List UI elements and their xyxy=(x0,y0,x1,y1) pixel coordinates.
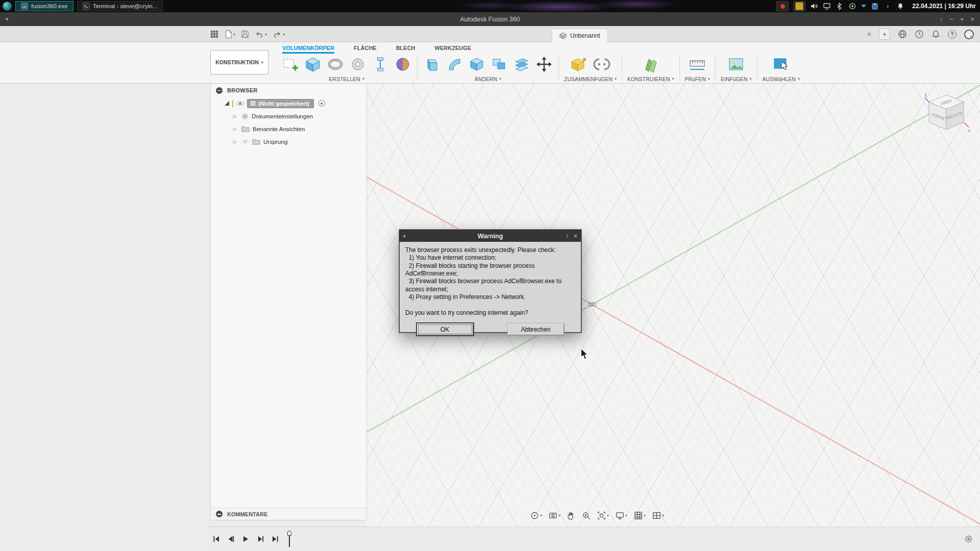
file-menu-icon[interactable]: ▾ xyxy=(224,30,235,39)
group-label-auswaehlen[interactable]: AUSWäHLEN ▾ xyxy=(763,75,800,83)
extrude-icon[interactable] xyxy=(304,55,322,73)
app-menu-icon[interactable] xyxy=(3,2,12,11)
taskbar-item-fusion360[interactable]: fusion360.exe xyxy=(15,1,74,11)
tab-blech[interactable]: BLECH xyxy=(396,42,415,54)
minimize-button[interactable]: − xyxy=(949,15,953,23)
pattern-icon[interactable] xyxy=(371,55,389,73)
visibility-eye-dim-icon[interactable] xyxy=(241,139,249,144)
grid-settings-icon[interactable]: ▾ xyxy=(634,511,646,520)
look-at-icon[interactable]: ▾ xyxy=(549,511,560,520)
select-icon[interactable] xyxy=(772,55,790,73)
editor-tray-icon[interactable] xyxy=(793,1,805,11)
press-pull-icon[interactable] xyxy=(423,55,441,73)
collapse-circle-icon[interactable] xyxy=(216,87,223,94)
revolve-icon[interactable] xyxy=(326,55,345,73)
step-forward-icon[interactable] xyxy=(256,535,265,544)
group-label-aendern[interactable]: ÄNDERN ▾ xyxy=(475,75,501,83)
dialog-titlebar[interactable]: ▾ Warning ↑ × xyxy=(400,230,581,242)
expand-arrow-icon[interactable] xyxy=(224,101,230,106)
activate-radio-icon[interactable] xyxy=(318,100,325,107)
group-label-konstruieren[interactable]: KONSTRUIEREN ▾ xyxy=(627,75,674,83)
viewcube[interactable]: Z OBEN VORNE RECHTS X xyxy=(922,92,973,139)
dialog-menu-caret-icon[interactable]: ▾ xyxy=(403,234,406,239)
offset-face-icon[interactable] xyxy=(512,55,531,73)
save-icon[interactable] xyxy=(241,30,249,38)
redo-icon[interactable]: ▾ xyxy=(273,30,285,38)
tab-volumenkoerper[interactable]: VOLUMENKÖRPER xyxy=(282,42,334,54)
clipboard-tray-icon[interactable] xyxy=(871,2,879,10)
skip-to-end-icon[interactable] xyxy=(271,535,280,544)
undo-icon[interactable]: ▾ xyxy=(255,30,267,38)
create-sketch-icon[interactable] xyxy=(281,55,300,73)
dialog-close-icon[interactable]: × xyxy=(574,233,577,240)
help-icon[interactable]: ? xyxy=(948,30,957,39)
tree-item-dokumenteinstellungen[interactable]: ▷ Dokumenteinstellungen xyxy=(211,110,366,122)
pan-hand-icon[interactable] xyxy=(567,511,575,520)
dialog-shade-icon[interactable]: ↑ xyxy=(566,233,569,240)
tab-werkzeuge[interactable]: WERKZEUGE xyxy=(435,42,472,54)
viewports-icon[interactable]: ▾ xyxy=(652,511,664,520)
new-tab-button[interactable]: + xyxy=(879,29,890,40)
shade-button[interactable]: ↑ xyxy=(940,15,943,23)
group-label-erstellen[interactable]: ERSTELLEN ▾ xyxy=(329,75,364,83)
move-icon[interactable] xyxy=(535,55,553,73)
display-tray-icon[interactable] xyxy=(823,2,831,10)
tree-item-ursprung[interactable]: ▷ Ursprung xyxy=(211,135,366,148)
form-icon[interactable] xyxy=(394,55,412,73)
cancel-button[interactable]: Abbrechen xyxy=(507,323,565,336)
window-titlebar[interactable]: ▼ Autodesk Fusion 360 ↑ − + × xyxy=(0,12,980,26)
recorder-tray-icon[interactable] xyxy=(776,1,789,11)
fit-view-icon[interactable]: ▾ xyxy=(597,511,609,520)
clock-date[interactable]: 22.04.2021 | 16:29 Uhr xyxy=(912,3,976,10)
skip-to-start-icon[interactable] xyxy=(211,535,220,544)
fillet-icon[interactable] xyxy=(445,55,463,73)
maximize-button[interactable]: + xyxy=(960,15,964,23)
volume-icon[interactable] xyxy=(810,2,818,10)
chevron-right-icon[interactable]: ▷ xyxy=(233,127,238,132)
window-menu-icon[interactable]: ▼ xyxy=(0,17,9,22)
timeline-settings-gear-icon[interactable] xyxy=(964,535,980,543)
combine-icon[interactable] xyxy=(490,55,508,73)
tree-root-row[interactable]: (Nicht gespeichert) xyxy=(211,97,366,110)
orbit-icon[interactable]: ▾ xyxy=(530,511,542,520)
document-tab[interactable]: Unbenannt xyxy=(552,29,608,42)
data-panel-grid-icon[interactable] xyxy=(210,30,218,38)
group-label-zusammenfuegen[interactable]: ZUSAMMENFüGEN ▾ xyxy=(564,75,617,83)
chevron-right-icon[interactable]: › xyxy=(884,2,892,10)
group-label-pruefen[interactable]: PRüFEN ▾ xyxy=(685,75,710,83)
job-status-icon[interactable] xyxy=(964,30,974,39)
shell-icon[interactable] xyxy=(468,55,486,73)
insert-image-icon[interactable] xyxy=(727,55,745,73)
notification-bell-icon[interactable] xyxy=(896,2,904,10)
measure-icon[interactable] xyxy=(688,55,706,73)
extensions-globe-icon[interactable] xyxy=(898,30,907,39)
ok-button[interactable]: OK xyxy=(416,323,474,336)
step-back-icon[interactable] xyxy=(226,535,235,544)
workspace-selector[interactable]: KONSTRUKTION ▾ xyxy=(210,50,268,74)
tray-expand-caret-icon[interactable] xyxy=(861,5,866,8)
visibility-eye-icon[interactable] xyxy=(236,101,244,107)
root-document-item[interactable]: (Nicht gespeichert) xyxy=(247,99,314,108)
hole-icon[interactable] xyxy=(349,55,367,73)
taskbar-item-terminal[interactable]: Terminal - steve@cryin... xyxy=(77,1,163,11)
chevron-right-icon[interactable]: ▷ xyxy=(233,139,238,144)
display-settings-icon[interactable]: ▾ xyxy=(616,511,627,520)
construction-plane-icon[interactable] xyxy=(642,55,660,73)
joint-icon[interactable] xyxy=(593,55,611,73)
comments-bar[interactable]: KOMMENTARE xyxy=(211,508,366,520)
notification-bell-icon[interactable] xyxy=(932,30,940,39)
zoom-icon[interactable] xyxy=(582,511,591,520)
history-clock-icon[interactable] xyxy=(915,30,924,39)
timeline-marker[interactable] xyxy=(287,531,292,548)
group-label-einfuegen[interactable]: EINFüGEN ▾ xyxy=(721,75,752,83)
bluetooth-icon[interactable] xyxy=(836,2,844,10)
new-component-icon[interactable] xyxy=(570,55,589,73)
close-tab-icon[interactable]: × xyxy=(867,30,871,38)
close-button[interactable]: × xyxy=(970,15,974,23)
network-icon[interactable] xyxy=(848,2,856,10)
chevron-right-icon[interactable]: ▷ xyxy=(233,114,238,119)
origin-link-icon[interactable] xyxy=(587,302,597,307)
play-icon[interactable] xyxy=(241,535,250,544)
tree-item-benannte-ansichten[interactable]: ▷ Benannte Ansichten xyxy=(211,122,366,135)
browser-panel-header[interactable]: BROWSER xyxy=(211,84,366,97)
